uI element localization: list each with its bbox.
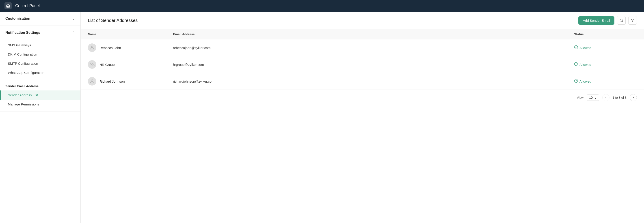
name-richard: Richard Johnson [100, 79, 125, 83]
table-row: Rebecca John rebeccajohn@zylker.com Allo… [81, 39, 644, 56]
app-title: Control Panel [15, 3, 40, 8]
cell-status-hrgroup: Allowed [574, 62, 637, 67]
sidebar: Customisation ⌄ Notification Settings ⌃ … [0, 12, 81, 223]
table-container: Name Email Address Status Rebecca John r… [81, 29, 644, 105]
svg-point-5 [90, 63, 92, 64]
notification-settings-label: Notification Settings [6, 31, 40, 35]
main-layout: Customisation ⌄ Notification Settings ⌃ … [0, 12, 644, 223]
svg-marker-2 [631, 19, 634, 22]
search-button[interactable] [617, 16, 626, 25]
status-label-rebecca: Allowed [580, 46, 591, 50]
avatar-richard [88, 77, 96, 85]
notification-settings-items: SMS Gateways DKIM Configuration SMTP Con… [0, 40, 80, 80]
sidebar-item-whatsapp-configuration[interactable]: WhatsApp Configuration [0, 68, 80, 77]
topnav: Control Panel [0, 0, 644, 12]
svg-point-6 [92, 63, 94, 64]
name-hrgroup: HR Group [100, 63, 115, 66]
prev-page-button[interactable] [602, 94, 610, 101]
cell-status-rebecca: Allowed [574, 45, 637, 50]
svg-line-1 [622, 21, 623, 22]
cell-email-richard: richardjohnson@zylker.com [173, 79, 574, 83]
avatar-rebecca [88, 43, 96, 52]
pagination: View 10 ⌄ 1 to 3 of 3 [81, 90, 644, 105]
sidebar-section-customisation: Customisation ⌄ [0, 12, 80, 26]
sidebar-item-sender-address-list[interactable]: Sender Address List [0, 90, 80, 100]
cell-name-rebecca: Rebecca John [88, 43, 173, 52]
page-title: List of Sender Addresses [88, 18, 138, 23]
status-label-richard: Allowed [580, 79, 591, 83]
chevron-down-icon: ⌄ [72, 17, 75, 20]
sidebar-item-sms-gateways[interactable]: SMS Gateways [0, 40, 80, 50]
main-content: List of Sender Addresses Add Sender Emai… [81, 12, 644, 223]
chevron-down-icon: ⌄ [594, 96, 597, 99]
status-label-hrgroup: Allowed [580, 63, 591, 66]
sidebar-item-smtp-configuration[interactable]: SMTP Configuration [0, 59, 80, 68]
filter-button[interactable] [628, 16, 637, 25]
table-row: Richard Johnson richardjohnson@zylker.co… [81, 73, 644, 90]
header-actions: Add Sender Email [578, 16, 637, 25]
view-select[interactable]: 10 ⌄ [587, 94, 599, 101]
table-header: Name Email Address Status [81, 29, 644, 39]
allowed-icon-richard [574, 79, 578, 84]
customisation-header[interactable]: Customisation ⌄ [0, 12, 80, 25]
svg-point-8 [91, 80, 93, 81]
add-sender-email-button[interactable]: Add Sender Email [578, 16, 614, 25]
home-button[interactable] [4, 2, 12, 9]
cell-status-richard: Allowed [574, 79, 637, 84]
cell-name-richard: Richard Johnson [88, 77, 173, 85]
view-value: 10 [589, 96, 593, 99]
page-info: 1 to 3 of 3 [613, 96, 626, 99]
sidebar-section-sender-email: Sender Email Address Sender Address List… [0, 80, 80, 112]
customisation-label: Customisation [6, 16, 30, 20]
next-page-button[interactable] [630, 94, 637, 101]
avatar-hrgroup [88, 60, 96, 69]
column-status: Status [574, 32, 637, 36]
allowed-icon-rebecca [574, 45, 578, 50]
sender-email-items: Sender Address List Manage Permissions [0, 90, 80, 111]
notification-settings-header[interactable]: Notification Settings ⌃ [0, 26, 80, 40]
table-row: HR Group hrgroup@zylker.com Allowed [81, 56, 644, 73]
sidebar-item-dkim-configuration[interactable]: DKIM Configuration [0, 50, 80, 59]
sidebar-item-manage-permissions[interactable]: Manage Permissions [0, 100, 80, 109]
chevron-up-icon: ⌃ [72, 31, 75, 34]
column-email: Email Address [173, 32, 574, 36]
content-header: List of Sender Addresses Add Sender Emai… [81, 12, 644, 29]
cell-email-rebecca: rebeccajohn@zylker.com [173, 46, 574, 50]
sender-email-section-title: Sender Email Address [6, 84, 38, 88]
sidebar-section-notification-settings: Notification Settings ⌃ SMS Gateways DKI… [0, 26, 80, 80]
cell-name-hrgroup: HR Group [88, 60, 173, 69]
svg-point-3 [91, 46, 93, 48]
cell-email-hrgroup: hrgroup@zylker.com [173, 63, 574, 66]
view-label: View [577, 96, 584, 99]
column-name: Name [88, 32, 173, 36]
allowed-icon-hrgroup [574, 62, 578, 67]
name-rebecca: Rebecca John [100, 46, 121, 50]
